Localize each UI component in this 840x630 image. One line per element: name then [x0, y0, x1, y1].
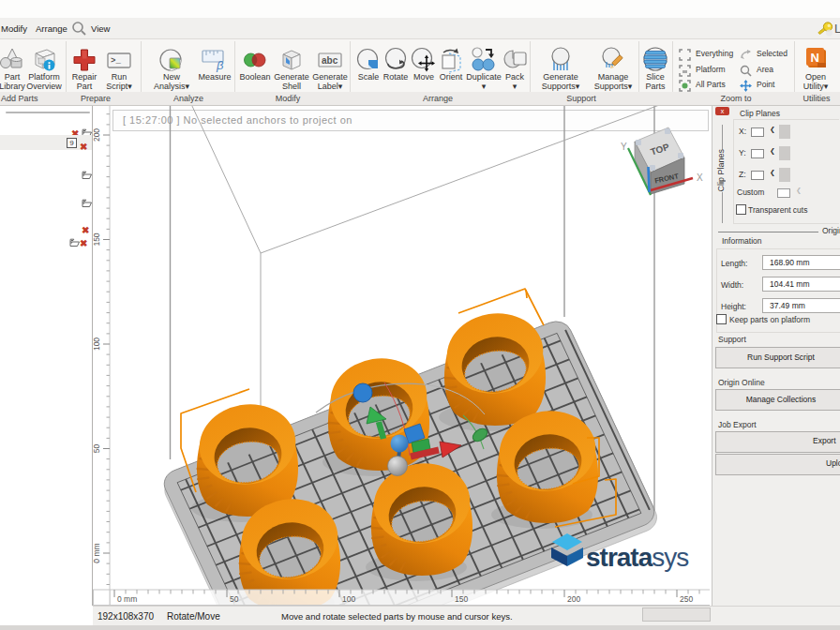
svg-text:200: 200	[93, 128, 101, 142]
svg-text:0 mm: 0 mm	[93, 543, 101, 562]
svg-text:β: β	[216, 58, 224, 72]
svg-text:abc: abc	[322, 55, 338, 66]
svg-text:stratasys: stratasys	[586, 543, 688, 572]
svg-text:>_: >_	[111, 56, 121, 66]
svg-text:N: N	[811, 51, 819, 65]
svg-text:250: 250	[680, 594, 693, 604]
svg-text:0 mm: 0 mm	[117, 594, 137, 604]
svg-text:50: 50	[93, 444, 101, 454]
svg-text:X: X	[697, 172, 703, 183]
svg-text:150: 150	[455, 594, 468, 604]
svg-text:[ 15:27:00 ] No selected ancho: [ 15:27:00 ] No selected anchors to proj…	[123, 114, 352, 126]
svg-text:200: 200	[567, 594, 580, 604]
svg-text:100: 100	[93, 338, 101, 351]
svg-text:50: 50	[230, 594, 239, 604]
svg-text:Y: Y	[621, 142, 627, 152]
svg-text:100: 100	[342, 594, 355, 604]
svg-text:150: 150	[93, 232, 101, 246]
